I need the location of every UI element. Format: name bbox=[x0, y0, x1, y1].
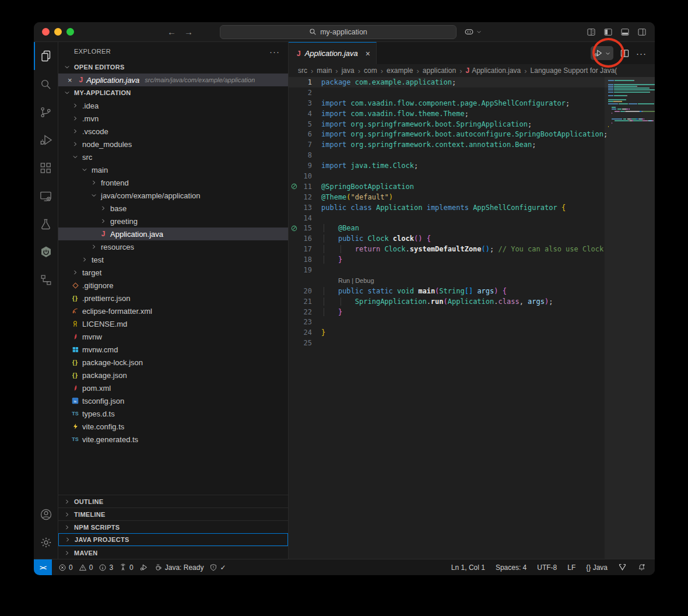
activity-bar-item-search[interactable] bbox=[34, 70, 58, 98]
status-item-info[interactable]: 3 bbox=[96, 559, 116, 575]
activity-bar-item-source-control[interactable] bbox=[34, 98, 58, 126]
status-item-errors[interactable]: 0 bbox=[55, 559, 76, 575]
code-line-21: 21 SpringApplication.run(Application.cla… bbox=[289, 296, 655, 307]
status-item-ports[interactable]: 0 bbox=[116, 559, 136, 575]
breadcrumb-example[interactable]: example bbox=[387, 66, 413, 75]
close-icon[interactable]: × bbox=[366, 49, 370, 58]
status-item-vaadin[interactable] bbox=[615, 563, 630, 572]
forward-icon[interactable]: → bbox=[184, 27, 193, 37]
status-item-shield-check[interactable]: ✓ bbox=[206, 559, 229, 575]
sidebar-section-outline[interactable]: OUTLINE bbox=[58, 495, 288, 508]
breadcrumb-java[interactable]: java bbox=[342, 66, 354, 75]
tree-item-vite-generated-ts[interactable]: TSvite.generated.ts bbox=[58, 433, 288, 446]
tree-item-package-json[interactable]: {}package.json bbox=[58, 369, 288, 382]
sidebar-section-timeline[interactable]: TIMELINE bbox=[58, 508, 288, 520]
tree-item--vscode[interactable]: .vscode bbox=[58, 125, 288, 138]
customize-layout-icon[interactable] bbox=[587, 27, 596, 37]
status-item-lf[interactable]: LF bbox=[564, 564, 578, 572]
status-item-ln-1-col-1[interactable]: Ln 1, Col 1 bbox=[448, 564, 488, 572]
activity-bar-item-explorer[interactable] bbox=[34, 42, 58, 70]
spring-bean-icon[interactable] bbox=[289, 183, 299, 190]
code-editor[interactable]: 1package com.example.application;23impor… bbox=[289, 77, 655, 559]
breadcrumb-com[interactable]: com bbox=[364, 66, 377, 75]
tree-item-greeting[interactable]: greeting bbox=[58, 215, 288, 228]
chevron-right-icon bbox=[71, 128, 80, 134]
tree-item-license-md[interactable]: LICENSE.md bbox=[58, 317, 288, 330]
activity-bar-item-run-debug[interactable] bbox=[34, 126, 58, 154]
tree-item-src[interactable]: src bbox=[58, 150, 288, 163]
toggle-bottom-panel-icon[interactable] bbox=[620, 27, 630, 37]
project-root-header[interactable]: MY-APPLICATION bbox=[58, 86, 288, 99]
more-actions-icon[interactable]: ··· bbox=[636, 48, 647, 58]
activity-bar-item-remote-explorer[interactable] bbox=[34, 182, 58, 210]
tree-item-types-d-ts[interactable]: TStypes.d.ts bbox=[58, 407, 288, 420]
minimap[interactable] bbox=[605, 77, 655, 559]
toggle-right-panel-icon[interactable] bbox=[637, 27, 647, 37]
tree-item-main[interactable]: main bbox=[58, 163, 288, 176]
toggle-left-panel-icon[interactable] bbox=[603, 27, 613, 37]
status-item--java[interactable]: {} Java bbox=[583, 564, 610, 572]
minimap-row bbox=[608, 111, 655, 113]
back-icon[interactable]: ← bbox=[167, 27, 176, 37]
tree-item-base[interactable]: base bbox=[58, 202, 288, 215]
tree-item-resources[interactable]: resources bbox=[58, 240, 288, 253]
activity-bar-item-spring-boot-dashboard[interactable] bbox=[34, 238, 58, 266]
breadcrumb-main[interactable]: main bbox=[317, 66, 332, 75]
tree-item--gitignore[interactable]: .gitignore bbox=[58, 279, 288, 292]
title-bar: ← → my-application bbox=[34, 22, 655, 42]
status-item-java[interactable]: Java: Ready bbox=[151, 559, 207, 575]
codelens-run-debug[interactable]: Run | Debug bbox=[321, 277, 374, 284]
tree-item--mvn[interactable]: .mvn bbox=[58, 112, 288, 125]
tree-item-vite-config-ts[interactable]: vite.config.ts bbox=[58, 420, 288, 433]
sidebar-title: EXPLORER bbox=[74, 48, 111, 55]
sidebar-section-npm-scripts[interactable]: NPM SCRIPTS bbox=[58, 520, 288, 533]
run-or-debug-button[interactable] bbox=[591, 46, 613, 60]
tree-item--idea[interactable]: .idea bbox=[58, 99, 288, 112]
java-file-icon: J bbox=[99, 230, 108, 238]
status-item-utf-8[interactable]: UTF-8 bbox=[534, 564, 560, 572]
close-window-button[interactable] bbox=[42, 28, 50, 36]
activity-bar-item-account[interactable] bbox=[34, 501, 58, 528]
tree-item-package-lock-json[interactable]: {}package-lock.json bbox=[58, 356, 288, 369]
status-item-debug-run[interactable] bbox=[136, 559, 151, 575]
activity-bar-item-extensions[interactable] bbox=[34, 154, 58, 182]
activity-bar-item-settings-gear[interactable] bbox=[34, 528, 58, 556]
tree-item-test[interactable]: test bbox=[58, 253, 288, 266]
tree-item-mvnw[interactable]: mvnw bbox=[58, 330, 288, 343]
status-item-remote[interactable]: >< bbox=[34, 559, 52, 575]
breadcrumb-application[interactable]: application bbox=[423, 66, 456, 75]
open-editors-header[interactable]: OPEN EDITORS bbox=[58, 61, 288, 74]
tree-item-application-java[interactable]: JApplication.java bbox=[58, 228, 288, 240]
command-center-search[interactable]: my-application bbox=[220, 25, 457, 39]
sidebar-section-java-projects[interactable]: JAVA PROJECTS bbox=[58, 533, 288, 546]
activity-bar-item-structure[interactable] bbox=[34, 266, 58, 294]
split-editor-icon[interactable] bbox=[620, 49, 629, 58]
activity-bar-item-testing[interactable] bbox=[34, 210, 58, 238]
tree-item-tsconfig-json[interactable]: tstsconfig.json bbox=[58, 394, 288, 407]
indent-guide bbox=[324, 298, 324, 306]
tree-item-eclipse-formatter-xml[interactable]: eclipse-formatter.xml bbox=[58, 304, 288, 317]
status-item-bell[interactable] bbox=[634, 563, 649, 572]
tree-item-pom-xml[interactable]: pom.xml bbox=[58, 382, 288, 394]
tree-item-node-modules[interactable]: node_modules bbox=[58, 138, 288, 150]
sidebar-section-maven[interactable]: MAVEN bbox=[58, 546, 288, 559]
spring-bean-icon[interactable] bbox=[289, 225, 299, 232]
zoom-window-button[interactable] bbox=[66, 28, 74, 36]
tree-item-frontend[interactable]: frontend bbox=[58, 176, 288, 189]
status-item-warnings[interactable]: 0 bbox=[76, 559, 96, 575]
breadcrumb-application-java[interactable]: JApplication.java bbox=[466, 66, 521, 75]
status-item-spaces-4[interactable]: Spaces: 4 bbox=[493, 564, 529, 572]
copilot-menu[interactable] bbox=[464, 26, 482, 37]
breadcrumb-language-support-for-java-[interactable]: Language Support for Java( bbox=[531, 66, 617, 75]
tree-item-mvnw-cmd[interactable]: mvnw.cmd bbox=[58, 343, 288, 356]
close-icon[interactable]: × bbox=[68, 76, 72, 85]
minimize-window-button[interactable] bbox=[54, 28, 62, 36]
tab-application-java[interactable]: J Application.java × bbox=[289, 42, 377, 64]
tree-item-java-com-example-application[interactable]: java/com/example/application bbox=[58, 189, 288, 202]
traffic-lights bbox=[42, 28, 74, 36]
breadcrumb-src[interactable]: src bbox=[298, 66, 307, 75]
tree-item-target[interactable]: target bbox=[58, 266, 288, 279]
open-editor-item[interactable]: × J Application.java src/main/java/com/e… bbox=[58, 74, 288, 86]
tree-item--prettierrc-json[interactable]: {}.prettierrc.json bbox=[58, 292, 288, 304]
more-actions-icon[interactable]: ··· bbox=[269, 47, 280, 57]
